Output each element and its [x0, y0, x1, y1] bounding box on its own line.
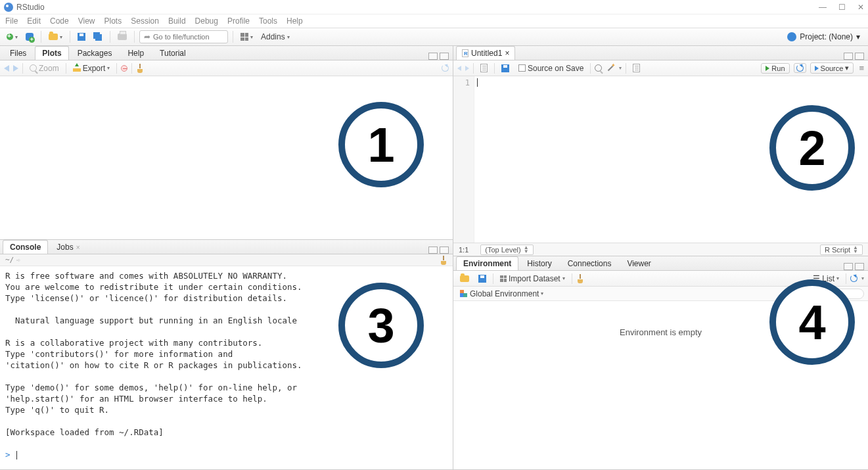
- console-body[interactable]: R is free software and comes with ABSOLU…: [0, 266, 453, 469]
- new-file-button[interactable]: ▾: [4, 32, 20, 41]
- project-label: Project: (None): [800, 32, 853, 41]
- menu-view[interactable]: View: [78, 16, 95, 26]
- load-workspace-button[interactable]: [457, 274, 472, 283]
- source-icon: [815, 66, 819, 71]
- save-source-button[interactable]: [499, 63, 512, 74]
- menu-debug[interactable]: Debug: [195, 16, 218, 26]
- menu-file[interactable]: File: [5, 16, 18, 26]
- menu-profile[interactable]: Profile: [227, 16, 250, 26]
- zoom-button[interactable]: Zoom: [27, 62, 62, 74]
- filetype-selector[interactable]: R Script ▲▼: [820, 245, 863, 255]
- pane-environment: Environment History Connections Viewer I…: [453, 256, 868, 470]
- clear-env-icon[interactable]: [576, 274, 584, 283]
- minimize-pane-icon[interactable]: [844, 53, 853, 60]
- addins-button[interactable]: Addins ▾: [258, 31, 292, 43]
- compile-report-button[interactable]: [630, 62, 643, 74]
- outline-toggle-icon[interactable]: ≡: [859, 63, 864, 73]
- source-toolbar: Source on Save ▾ Run Source ▾ ≡: [453, 60, 868, 76]
- remove-plot-icon[interactable]: [121, 65, 127, 72]
- tab-connections[interactable]: Connections: [560, 256, 619, 270]
- clear-console-icon[interactable]: [440, 256, 447, 265]
- nav-back-icon[interactable]: [457, 66, 461, 71]
- view-mode-button[interactable]: ☰ List ▾: [810, 273, 842, 285]
- env-scope-button[interactable]: Global Environment ▾: [457, 288, 546, 300]
- tab-help[interactable]: Help: [120, 46, 151, 60]
- maximize-icon[interactable]: ☐: [838, 3, 846, 12]
- run-button[interactable]: Run: [761, 63, 789, 74]
- tab-environment[interactable]: Environment: [456, 256, 518, 270]
- project-button[interactable]: Project: (None) ▾: [783, 31, 864, 43]
- minimize-pane-icon[interactable]: [428, 53, 438, 60]
- env-search[interactable]: [798, 289, 864, 299]
- export-button[interactable]: Export ▾: [70, 62, 113, 74]
- export-icon: [73, 65, 81, 72]
- env-empty-label: Environment is empty: [453, 301, 868, 337]
- save-workspace-button[interactable]: [476, 273, 489, 284]
- minimize-pane-icon[interactable]: [428, 247, 438, 254]
- refresh-env-icon[interactable]: [850, 275, 857, 282]
- minimize-pane-icon[interactable]: [844, 263, 853, 270]
- open-file-button[interactable]: ▾: [46, 32, 65, 41]
- maximize-pane-icon[interactable]: [855, 53, 864, 60]
- tab-untitled1[interactable]: Untitled1 ×: [456, 46, 515, 60]
- rerun-button[interactable]: [794, 63, 806, 73]
- editor-content[interactable]: [474, 76, 868, 243]
- import-dataset-button[interactable]: Import Dataset ▾: [497, 273, 568, 285]
- menu-session[interactable]: Session: [131, 16, 159, 26]
- refresh-plot-icon[interactable]: [442, 64, 449, 72]
- plot-prev-icon[interactable]: [4, 65, 9, 72]
- find-icon[interactable]: [595, 64, 602, 72]
- save-all-button[interactable]: [91, 31, 105, 43]
- nav-fwd-icon[interactable]: [465, 66, 469, 71]
- print-button[interactable]: [115, 32, 129, 41]
- menu-plots[interactable]: Plots: [104, 16, 122, 26]
- wand-icon[interactable]: [606, 64, 615, 73]
- menu-build[interactable]: Build: [168, 16, 186, 26]
- tab-tutorial[interactable]: Tutorial: [152, 46, 193, 60]
- titlebar: RStudio — ☐ ✕: [0, 0, 868, 14]
- env-body: Environment is empty: [453, 301, 868, 469]
- run-icon: [765, 66, 769, 71]
- open-icon: [460, 275, 469, 282]
- minimize-icon[interactable]: —: [819, 3, 827, 12]
- source-button[interactable]: Source ▾: [810, 62, 854, 74]
- tab-viewer[interactable]: Viewer: [620, 256, 658, 270]
- clear-plots-icon[interactable]: [136, 64, 144, 73]
- window-title: RStudio: [16, 3, 45, 12]
- popout-icon: [480, 64, 488, 72]
- source-body[interactable]: 1: [453, 76, 868, 243]
- goto-file-function[interactable]: ➦: [139, 30, 228, 43]
- goto-input[interactable]: [153, 33, 223, 41]
- menu-help[interactable]: Help: [286, 16, 303, 26]
- tab-console[interactable]: Console: [3, 240, 48, 254]
- tab-jobs[interactable]: Jobs×: [49, 240, 87, 254]
- maximize-pane-icon[interactable]: [855, 263, 864, 270]
- rfile-icon: [462, 49, 468, 57]
- source-statusbar: 1:1 (Top Level) ▲▼ R Script ▲▼: [453, 243, 868, 256]
- close-icon[interactable]: ✕: [857, 3, 864, 12]
- close-tab-icon[interactable]: ×: [505, 49, 509, 58]
- tab-history[interactable]: History: [520, 256, 559, 270]
- tab-plots[interactable]: Plots: [35, 46, 68, 60]
- menu-edit[interactable]: Edit: [27, 16, 41, 26]
- save-button[interactable]: [75, 32, 88, 42]
- console-cursor: [16, 451, 17, 459]
- report-icon: [633, 64, 640, 72]
- maximize-pane-icon[interactable]: [440, 247, 449, 254]
- menubar: File Edit Code View Plots Session Build …: [0, 14, 868, 28]
- menu-tools[interactable]: Tools: [259, 16, 277, 26]
- new-project-button[interactable]: [23, 32, 36, 42]
- menu-code[interactable]: Code: [50, 16, 69, 26]
- maximize-pane-icon[interactable]: [440, 53, 449, 60]
- tab-packages[interactable]: Packages: [70, 46, 120, 60]
- source-on-save-checkbox[interactable]: Source on Save: [516, 62, 586, 74]
- pane-plots: Files Plots Packages Help Tutorial Zoom …: [0, 46, 453, 240]
- plots-body: [0, 76, 453, 239]
- env-icon: [460, 290, 468, 298]
- panes-button[interactable]: ▾: [238, 32, 256, 42]
- popout-button[interactable]: [478, 62, 490, 74]
- close-jobs-icon[interactable]: ×: [76, 244, 80, 251]
- tab-files[interactable]: Files: [3, 46, 34, 60]
- scope-selector[interactable]: (Top Level) ▲▼: [480, 245, 533, 255]
- plot-next-icon[interactable]: [13, 65, 18, 72]
